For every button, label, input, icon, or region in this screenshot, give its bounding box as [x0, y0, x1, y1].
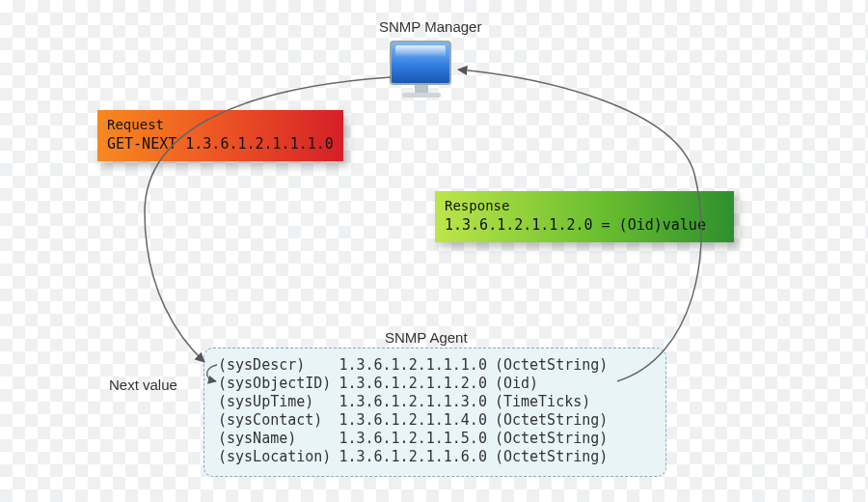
table-row: (sysLocation)1.3.6.1.2.1.1.6.0(OctetStri… [218, 448, 615, 466]
request-command: GET-NEXT 1.3.6.1.2.1.1.1.0 [107, 134, 334, 153]
mib-type: (OctetString) [495, 411, 615, 430]
mib-name: (sysLocation) [218, 448, 339, 466]
request-header: Request [107, 116, 334, 134]
mib-type: (Oid) [495, 375, 615, 393]
table-row: (sysDescr)1.3.6.1.2.1.1.1.0(OctetString) [218, 356, 615, 375]
response-box: Response 1.3.6.1.2.1.1.2.0 = (Oid)value [435, 191, 734, 242]
agent-label: SNMP Agent [385, 329, 468, 346]
mib-oid: 1.3.6.1.2.1.1.2.0 [339, 375, 495, 393]
mib-name: (sysContact) [218, 411, 339, 430]
mib-oid: 1.3.6.1.2.1.1.6.0 [339, 448, 495, 466]
request-box: Request GET-NEXT 1.3.6.1.2.1.1.1.0 [97, 110, 343, 161]
mib-name: (sysObjectID) [218, 375, 339, 393]
mib-type: (TimeTicks) [495, 393, 615, 411]
mib-name: (sysName) [218, 430, 339, 448]
response-value: 1.3.6.1.2.1.1.2.0 = (Oid)value [445, 215, 724, 235]
response-header: Response [445, 197, 724, 215]
computer-icon [390, 41, 453, 98]
mib-oid: 1.3.6.1.2.1.1.1.0 [339, 356, 495, 375]
mib-type: (OctetString) [495, 448, 615, 466]
mib-oid: 1.3.6.1.2.1.1.4.0 [339, 411, 495, 430]
manager-label: SNMP Manager [379, 18, 481, 35]
table-row: (sysUpTime)1.3.6.1.2.1.1.3.0(TimeTicks) [218, 393, 615, 411]
mib-name: (sysDescr) [218, 356, 339, 375]
mib-oid: 1.3.6.1.2.1.1.3.0 [339, 393, 495, 411]
table-row: (sysContact)1.3.6.1.2.1.1.4.0(OctetStrin… [218, 411, 615, 430]
mib-oid: 1.3.6.1.2.1.1.5.0 [339, 430, 495, 448]
table-row: (sysName)1.3.6.1.2.1.1.5.0(OctetString) [218, 430, 615, 448]
table-row: (sysObjectID)1.3.6.1.2.1.1.2.0(Oid) [218, 375, 615, 393]
mib-name: (sysUpTime) [218, 393, 339, 411]
mib-type: (OctetString) [495, 430, 615, 448]
agent-panel: (sysDescr)1.3.6.1.2.1.1.1.0(OctetString)… [203, 348, 666, 477]
next-value-label: Next value [109, 376, 177, 393]
mib-table: (sysDescr)1.3.6.1.2.1.1.1.0(OctetString)… [218, 356, 615, 466]
mib-type: (OctetString) [495, 356, 615, 375]
